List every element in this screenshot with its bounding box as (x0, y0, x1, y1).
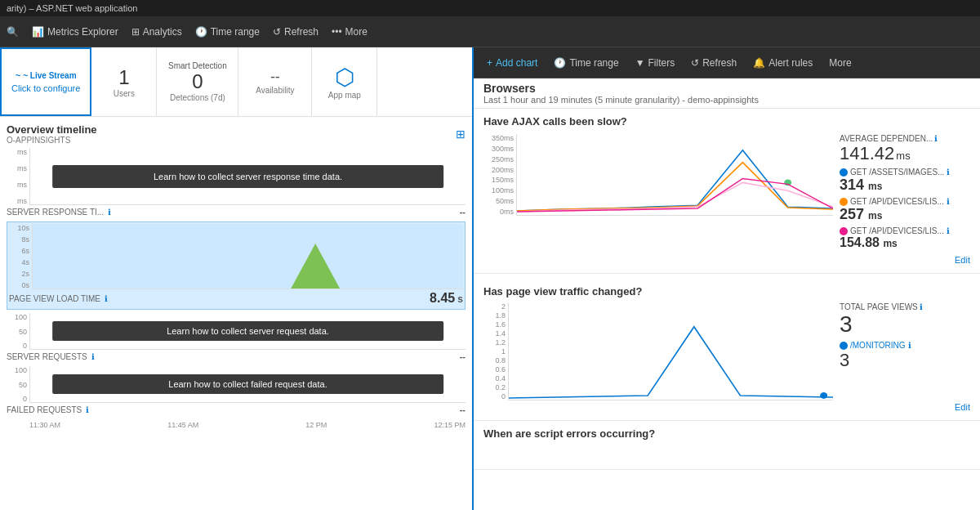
server-response-chart: ms ms ms ms Learn how to collect server … (7, 148, 466, 205)
traffic-edit-link[interactable]: Edit (483, 400, 970, 414)
ajax-avg-value: 141.42 (840, 143, 894, 164)
server-response-message[interactable]: Learn how to collect server response tim… (52, 165, 444, 188)
time-range-label-left: Time range (211, 26, 260, 38)
right-header: Browsers Last 1 hour and 19 minutes (5 m… (474, 78, 980, 109)
live-stream-card[interactable]: ~ ~ Live Stream Click to configure (0, 47, 91, 116)
stat1-info-icon[interactable]: ℹ (947, 168, 950, 177)
server-response-label-row: SERVER RESPONSE TI... ℹ -- (7, 205, 466, 218)
ajax-avg-label: AVERAGE DEPENDEN... (840, 134, 933, 143)
alert-rules-button[interactable]: 🔔 Alert rules (746, 54, 819, 72)
server-response-value: -- (460, 207, 466, 217)
section-header: Overview timeline O-APPINSIGHTS ⊞ (7, 123, 466, 145)
server-requests-label: SERVER REQUESTS ℹ (7, 352, 95, 361)
smart-detection-card: Smart Detection 0 Detections (7d) (157, 47, 238, 116)
failed-requests-block: 100 50 0 Learn how to collect failed req… (7, 366, 466, 416)
app-map-card[interactable]: ⬡ App map (312, 47, 377, 116)
server-requests-value: -- (460, 351, 466, 361)
ajax-avg-info-icon[interactable]: ℹ (934, 134, 938, 143)
traffic-section: Has page view traffic changed? 2 1.8 1.6… (474, 279, 980, 421)
traffic-chart-canvas (508, 302, 833, 400)
ajax-avg-stat: AVERAGE DEPENDEN... ℹ 141.42 ms (840, 134, 970, 164)
failed-requests-value: -- (460, 405, 466, 414)
alert-rules-icon: 🔔 (753, 57, 765, 69)
add-chart-button[interactable]: + Add chart (480, 54, 544, 72)
ajax-stat-2: GET /API/DEVICES/LIS... ℹ 257 ms (840, 197, 970, 223)
analytics-button[interactable]: ⊞ Analytics (125, 16, 189, 47)
metrics-label: Metrics Explorer (47, 26, 118, 38)
server-response-y-axis: ms ms ms ms (7, 148, 29, 205)
users-card: 1 Users (91, 47, 157, 116)
x-axis-row: 11:30 AM 11:45 AM 12 PM 12:15 PM (7, 419, 466, 429)
pink-dot-1 (840, 227, 848, 235)
more-label-right: More (829, 57, 851, 69)
traffic-chart-area: 2 1.8 1.6 1.4 1.2 1 0.8 0.6 0.4 0.2 0 (483, 302, 833, 400)
script-errors-title: When are script errors occurring? (483, 427, 970, 440)
ajax-avg-unit: ms (896, 150, 910, 162)
live-stream-title: ~ Live Stream (23, 71, 76, 80)
page-view-chart: 10s 8s 6s 4s 2s 0s (9, 224, 463, 289)
right-toolbar: + Add chart 🕐 Time range ▼ Filters ↺ Ref… (474, 47, 980, 78)
ajax-stat-3: GET /API/DEVICES/LIS... ℹ 154.88 ms (840, 226, 970, 250)
ajax-chart-wrapper: 350ms 300ms 250ms 200ms 150ms 100ms 50ms… (483, 134, 833, 216)
total-page-views-stat: TOTAL PAGE VIEWS ℹ 3 (840, 302, 970, 338)
page-view-canvas (32, 224, 463, 289)
page-view-label-row: PAGE VIEW LOAD TIME ℹ 8.45 s (9, 289, 463, 307)
refresh-label-left: Refresh (284, 26, 318, 38)
ajax-title: Have AJAX calls been slow? (474, 109, 980, 128)
configure-link[interactable]: Click to configure (11, 83, 80, 93)
failed-requests-y-axis: 100 50 0 (7, 366, 29, 403)
metrics-icon: 📊 (32, 26, 44, 38)
page-view-info-icon[interactable]: ℹ (105, 294, 108, 303)
server-requests-chart: 100 50 0 Learn how to collect server req… (7, 313, 466, 350)
server-response-info-icon[interactable]: ℹ (108, 208, 111, 217)
overview-sub: O-APPINSIGHTS (7, 136, 97, 145)
right-panel-title: Browsers (483, 82, 970, 95)
right-content: Have AJAX calls been slow? 350ms 300ms 2… (474, 109, 980, 510)
failed-requests-canvas: Learn how to collect failed request data… (29, 366, 466, 403)
traffic-svg (509, 302, 833, 400)
traffic-y-axis: 2 1.8 1.6 1.4 1.2 1 0.8 0.6 0.4 0.2 0 (483, 302, 508, 400)
time-range-button-left[interactable]: 🕐 Time range (189, 16, 266, 47)
metrics-explorer-button[interactable]: 📊 Metrics Explorer (25, 16, 125, 47)
server-requests-block: 100 50 0 Learn how to collect server req… (7, 313, 466, 363)
users-label: Users (114, 89, 135, 98)
server-requests-info-icon[interactable]: ℹ (91, 352, 95, 361)
refresh-button-right[interactable]: ↺ Refresh (684, 54, 743, 72)
more-button-left[interactable]: ••• More (325, 16, 374, 47)
stat2-info-icon[interactable]: ℹ (947, 197, 950, 206)
right-panel-subtitle: Last 1 hour and 19 minutes (5 minute gra… (483, 95, 970, 105)
failed-requests-label: FAILED REQUESTS ℹ (7, 405, 89, 414)
overview-section: Overview timeline O-APPINSIGHTS ⊞ ms ms … (0, 117, 472, 510)
failed-requests-info-icon[interactable]: ℹ (86, 405, 89, 414)
app-map-icon: ⬡ (335, 64, 354, 91)
ajax-svg-chart (517, 134, 833, 215)
server-requests-message[interactable]: Learn how to collect server request data… (52, 321, 444, 341)
refresh-button-left[interactable]: ↺ Refresh (266, 16, 325, 47)
stat3-info-icon[interactable]: ℹ (947, 226, 950, 235)
time-range-label-right: Time range (569, 57, 618, 69)
ajax-stat-1: GET /ASSETS/IMAGES... ℹ 314 ms (840, 168, 970, 194)
availability-label: Availability (256, 86, 294, 95)
ajax-edit-link[interactable]: Edit (483, 253, 970, 266)
ajax-section: 350ms 300ms 250ms 200ms 150ms 100ms 50ms… (474, 128, 980, 274)
time-range-icon-right: 🕐 (554, 57, 566, 69)
filters-button[interactable]: ▼ Filters (629, 54, 682, 72)
monitoring-info-icon[interactable]: ℹ (908, 341, 911, 350)
page-view-block: 10s 8s 6s 4s 2s 0s PAGE VIEW LOAD TIME (7, 221, 466, 310)
analytics-icon: ⊞ (131, 26, 140, 38)
traffic-info-icon[interactable]: ℹ (920, 302, 923, 311)
failed-requests-message[interactable]: Learn how to collect failed request data… (52, 374, 444, 394)
total-page-views-value: 3 (840, 311, 970, 338)
refresh-icon-left: ↺ (273, 26, 281, 38)
grid-icon[interactable]: ⊞ (456, 128, 466, 141)
search-button[interactable]: 🔍 (0, 16, 25, 47)
right-panel: + Add chart 🕐 Time range ▼ Filters ↺ Ref… (474, 47, 980, 510)
add-chart-label: Add chart (496, 57, 537, 69)
plus-icon: + (487, 57, 492, 69)
script-errors-section: When are script errors occurring? (474, 421, 980, 470)
app-map-label: App map (328, 91, 361, 100)
smart-detection-title: Smart Detection (168, 61, 227, 70)
alert-rules-label: Alert rules (768, 57, 813, 69)
time-range-button-right[interactable]: 🕐 Time range (547, 54, 625, 72)
more-button-right[interactable]: More (822, 54, 858, 72)
